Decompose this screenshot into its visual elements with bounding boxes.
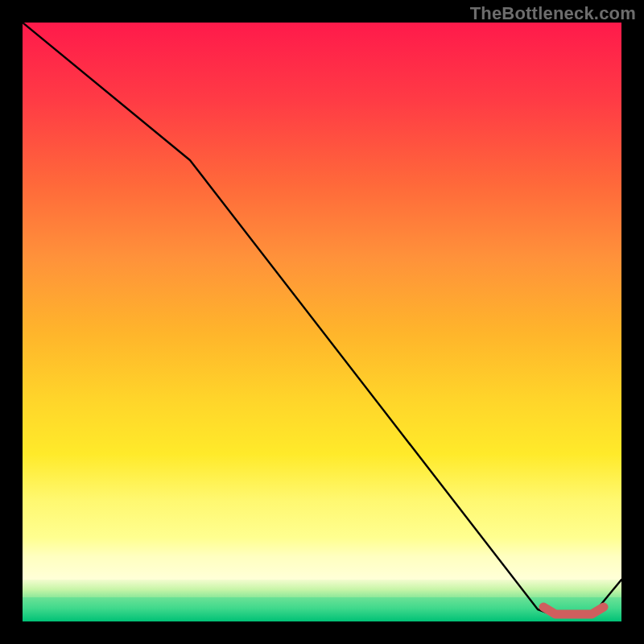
plot-area: [23, 23, 621, 621]
chart-frame: TheBottleneck.com: [0, 0, 644, 644]
bottleneck-curve-line: [23, 23, 621, 616]
optimal-zone-line: [543, 607, 604, 614]
line-overlay: [23, 23, 621, 621]
watermark-text: TheBottleneck.com: [470, 3, 636, 24]
